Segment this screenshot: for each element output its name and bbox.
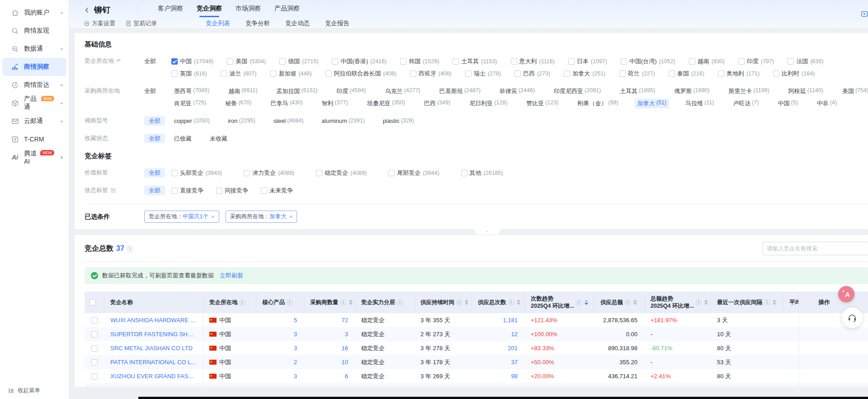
country-option[interactable]: 中非 (4) [814,99,840,108]
company-search-box[interactable] [763,242,868,255]
checkbox-icon[interactable] [461,170,467,176]
info-icon[interactable] [764,300,770,305]
buyers-count-link[interactable]: 6 [345,373,348,380]
spec-option[interactable]: copper (1050) [171,117,212,125]
col-company-name[interactable]: 竞企名称 [104,291,203,313]
checkbox-icon[interactable] [718,70,724,77]
checkbox-icon[interactable] [564,70,570,77]
company-name-link[interactable]: WUXI ANSHIDA HARDWARE CO LTD [110,317,197,324]
checkbox-icon[interactable] [788,58,794,65]
country-checkbox-option[interactable]: 巴西 (273) [514,70,550,78]
sidebar-item-my-account[interactable]: 我的账户 [0,4,69,22]
supply-times-link[interactable]: 201 [508,345,518,352]
country-checkbox-option[interactable]: 德国 (2715) [279,57,318,66]
refresh-now-link[interactable]: 立即刷新 [220,272,243,280]
country-option[interactable]: 赞比亚 (123) [524,99,561,108]
col-duration[interactable]: 供应持续时间 [415,291,472,313]
core-products-link[interactable]: 5 [294,317,297,324]
expand-button[interactable]: 展开 [865,57,868,66]
country-checkbox-option[interactable]: 意大利 (1116) [511,57,555,66]
info-icon[interactable] [340,300,346,305]
company-name-link[interactable]: XUZHOU EVER GRAND FASTENERS... [110,373,197,380]
checkbox-icon[interactable] [316,170,322,176]
checkbox-icon[interactable] [773,70,779,77]
subtab-competitor-report[interactable]: 竞企报告 [325,19,349,28]
buyers-count-link[interactable]: 3 [345,331,348,338]
sidebar-item-discovery[interactable]: 商情发现 [0,22,69,40]
sidebar-item-market-insight[interactable]: 商情洞察 [2,58,66,76]
info-icon[interactable] [456,300,462,305]
country-checkbox-option[interactable]: 新加坡 (448) [270,70,311,78]
all-option-selected[interactable]: 全部 [144,168,165,178]
country-checkbox-option[interactable]: 西班牙 (408) [410,70,452,78]
country-option[interactable]: 美国 (754) [840,86,868,96]
collapse-filter-panel-button[interactable] [474,229,500,235]
plan-settings-button[interactable]: 方案设置 [84,19,115,28]
country-option[interactable]: 墨西哥 (7085) [171,86,212,96]
checkbox-icon[interactable] [619,70,626,77]
search-input[interactable] [767,245,867,252]
checkbox-icon[interactable] [171,170,178,176]
core-products-link[interactable]: 2 [294,359,297,366]
country-checkbox-option[interactable]: 英国 (616) [171,70,207,78]
row-checkbox[interactable] [91,331,98,338]
value-tag-option[interactable]: 潜力竞企 (4089) [244,169,294,177]
filter-chip[interactable]: 竞企所在地：中国共1个 × [144,211,219,223]
core-products-link[interactable]: 3 [294,373,297,380]
spec-option[interactable]: steel (4684) [271,117,307,125]
checkbox-icon[interactable] [453,58,459,65]
checkbox-icon[interactable] [270,70,276,77]
country-option[interactable]: 巴基斯坦 (2487) [437,86,483,96]
country-option[interactable]: 乌克兰 (4277) [382,86,423,96]
remove-chip-icon[interactable]: × [289,214,293,220]
filter-chip[interactable]: 采购商所在地：加拿大 × [226,211,297,223]
country-checkbox-option[interactable]: 韩国 (1529) [400,57,439,66]
country-option[interactable]: 坦桑尼亚 (350) [364,99,408,108]
supply-times-link[interactable]: 1,181 [503,317,518,324]
spec-option[interactable]: iron (2295) [225,117,258,125]
country-checkbox-option[interactable]: 土耳其 (1153) [453,57,497,66]
checkbox-icon[interactable] [568,58,575,65]
checkbox-icon[interactable] [400,58,406,65]
country-option[interactable]: 肯尼亚 (725) [171,99,209,108]
status-tag-option[interactable]: 间接竞争 [216,187,248,195]
country-checkbox-option[interactable]: 美国 (5304) [227,57,266,66]
col-buyers[interactable]: 采购商数量 [304,291,355,313]
core-products-link[interactable]: 3 [294,331,297,338]
country-option[interactable]: 土耳其 (1895) [617,86,658,96]
value-tag-option[interactable]: 其他 (26185) [461,169,503,177]
value-tag-option[interactable]: 稳定竞企 (4089) [316,169,367,177]
tab-customer-insight[interactable]: 客户洞察 [158,5,183,15]
sidebar-item-mail[interactable]: 云邮通 [0,112,69,130]
country-option[interactable]: 菲律宾 (2446) [497,86,538,96]
col-supply-times[interactable]: 供应总次数 [472,291,525,313]
sidebar-item-radar[interactable]: 商情雷达 [0,76,69,94]
all-option-selected[interactable]: 全部 [144,186,165,195]
country-checkbox-option[interactable]: 阿拉伯联合酋长国 (408) [326,70,396,78]
country-option[interactable]: 俄罗斯 (1690) [671,86,712,96]
checkbox-icon[interactable] [621,58,627,65]
status-tag-option[interactable]: 直接竞争 [171,187,203,195]
core-products-link[interactable]: 3 [294,345,297,352]
info-icon[interactable] [397,300,403,305]
sort-control[interactable] [349,300,353,305]
video-tutorial-button[interactable]: 视频教程 [861,10,868,18]
checkbox-icon[interactable] [738,58,745,65]
sort-control[interactable] [517,300,520,305]
country-option[interactable]: 加拿大 (51) [635,99,669,108]
favorite-option[interactable]: 已收藏 [171,134,194,144]
checkbox-icon[interactable] [279,58,286,65]
info-icon[interactable] [576,300,582,305]
country-checkbox-option[interactable]: 印度 (797) [738,57,774,66]
country-option[interactable]: 斯里兰卡 (1199) [726,86,772,96]
info-icon[interactable] [240,300,245,305]
value-tag-option[interactable]: 尾部竞企 (3944) [388,169,439,177]
remove-chip-icon[interactable]: × [211,214,215,220]
checkbox-icon[interactable] [244,170,250,176]
sort-control[interactable] [704,300,708,305]
checkbox-icon[interactable] [332,58,338,65]
sort-control-active-desc[interactable] [585,300,588,305]
back-button[interactable] [84,7,90,14]
country-option[interactable]: 印度尼西亚 (2091) [551,86,604,96]
col-amount-trend[interactable]: 总额趋势2025Q4 环比增... [645,291,711,313]
